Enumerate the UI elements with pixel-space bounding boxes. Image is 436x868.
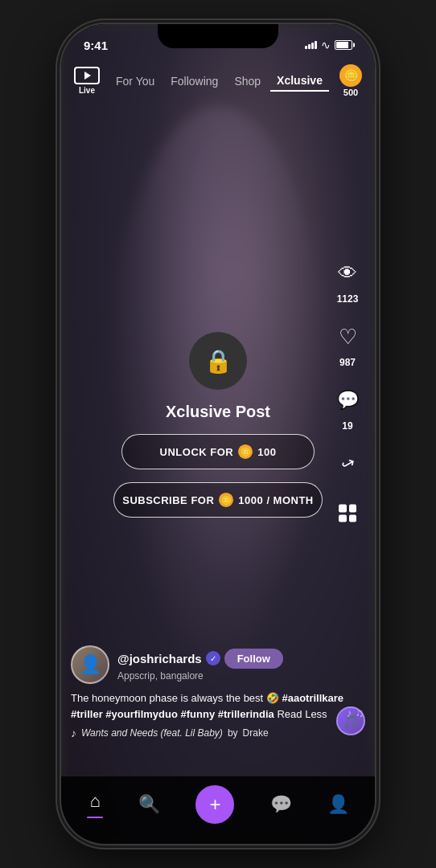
unlock-coin-icon: 🪙 [238,444,253,459]
comment-button[interactable]: 💬 19 [330,383,365,432]
eye-icon-container: 👁 [330,256,365,291]
music-note-icon: ♪ [71,727,76,739]
signal-icon [305,41,317,49]
nav-home[interactable]: ⌂ [77,784,113,825]
comment-icon: 💬 [337,390,359,411]
music-by: by [228,727,238,739]
eye-icon: 👁 [338,262,357,285]
subscribe-label: SUBSCRIBE FOR [122,493,214,506]
live-label: Live [79,86,95,95]
heart-icon: ♡ [339,324,357,349]
notch [158,24,278,48]
verified-badge: ✓ [206,651,220,665]
search-icon: 🔍 [138,794,160,815]
coin-icon: 🪙 [339,64,362,87]
user-details: @joshrichards ✓ Follow Appscrip, bangalo… [117,649,283,682]
wifi-icon: ∿ [321,39,331,51]
unlock-cost: 100 [257,445,276,457]
user-location: Appscrip, bangalore [117,670,283,682]
grid-icon [339,505,356,522]
subscribe-button[interactable]: SUBSCRIBE FOR 🪙 1000 / MONTH [113,482,323,518]
comments-count: 19 [342,420,352,432]
username-row: @joshrichards ✓ Follow [117,649,283,669]
nav-search[interactable]: 🔍 [129,788,170,821]
nav-tabs: Live For You Following Shop Xclusive 🪙 5… [61,64,375,97]
heart-icon-container: ♡ [330,319,365,354]
add-button[interactable]: + [195,785,234,824]
grid-button[interactable] [330,496,365,531]
caption-text: The honeymoon phase is always the best 🤣… [71,692,343,720]
music-row: ♪ Wants and Needs (feat. Lil Baby) by Dr… [71,727,365,739]
subscribe-coin-icon: 🪙 [219,493,233,507]
grid-icon-container [330,496,365,531]
read-less-button[interactable]: Read Less [277,708,327,720]
user-info-bar: 👤 @joshrichards ✓ Follow Appscrip, banga… [61,645,375,739]
messages-icon: 💬 [270,794,292,815]
phone-frame: 9:41 ∿ Live Fo [61,24,375,844]
music-title: Wants and Needs (feat. Lil Baby) [81,727,223,739]
follow-button[interactable]: Follow [224,649,283,669]
live-button[interactable]: Live [74,67,100,95]
avatar[interactable]: 👤 [71,645,109,684]
right-actions: 👁 1123 ♡ 987 💬 19 ↪ [330,256,365,531]
lock-circle: 🔒 [189,332,247,390]
subscribe-cost: 1000 / MONTH [238,493,313,506]
share-icon-container: ↪ [330,446,365,481]
like-button[interactable]: ♡ 987 [330,319,365,368]
xclusive-post-title: Xclusive Post [166,403,270,421]
views-button[interactable]: 👁 1123 [330,256,365,305]
screen: 9:41 ∿ Live Fo [61,24,375,844]
profile-icon: 👤 [327,794,349,815]
tab-shop[interactable]: Shop [228,72,267,91]
tab-for-you[interactable]: For You [109,72,161,91]
likes-count: 987 [339,357,356,368]
coin-count: 500 [343,88,358,97]
share-button[interactable]: ↪ [330,446,365,481]
views-count: 1123 [337,293,359,305]
nav-profile[interactable]: 👤 [318,788,359,821]
battery-icon [335,40,352,50]
home-icon: ⌂ [89,791,100,812]
tab-following[interactable]: Following [164,72,224,91]
status-time: 9:41 [84,39,108,52]
status-icons: ∿ [305,39,352,51]
coin-badge[interactable]: 🪙 500 [339,64,362,97]
comment-icon-container: 💬 [330,383,365,418]
lock-overlay: 🔒 Xclusive Post UNLOCK FOR 🪙 100 SUBSCRI… [97,332,339,518]
nav-add[interactable]: + [186,779,244,830]
caption: The honeymoon phase is always the best 🤣… [71,690,365,722]
tab-xclusive[interactable]: Xclusive [270,71,329,92]
nav-messages[interactable]: 💬 [261,788,302,821]
share-icon: ↪ [337,452,359,475]
username[interactable]: @joshrichards [117,652,202,665]
music-artist: Drake [243,727,269,739]
bottom-nav: ⌂ 🔍 + 💬 👤 [61,776,375,844]
lock-icon: 🔒 [204,347,232,374]
user-row: 👤 @joshrichards ✓ Follow Appscrip, banga… [71,645,365,684]
unlock-label: UNLOCK FOR [160,445,234,457]
unlock-button[interactable]: UNLOCK FOR 🪙 100 [121,434,315,469]
